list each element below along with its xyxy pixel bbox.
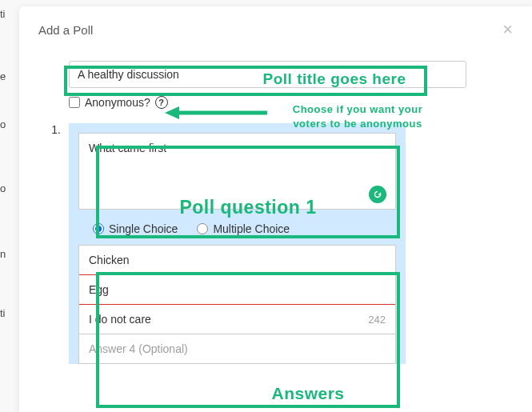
background-text: ti: [0, 307, 6, 319]
multiple-choice-label: Multiple Choice: [213, 222, 290, 235]
answer-input-placeholder[interactable]: [89, 342, 386, 355]
grammarly-icon: [369, 186, 386, 203]
poll-title-row: [69, 61, 466, 88]
answer-row: 242: [79, 305, 395, 334]
multiple-choice-option[interactable]: Multiple Choice: [197, 222, 290, 235]
background-text: ti: [0, 8, 6, 20]
radio-icon-checked: [93, 223, 104, 234]
modal-header: Add a Poll ×: [38, 21, 513, 38]
question-text-input[interactable]: What came first: [78, 133, 396, 210]
answer-row: [79, 275, 395, 305]
add-poll-modal: Add a Poll × Anonymous? ? 1. What came f…: [19, 6, 532, 412]
question-wrap: 1. What came first Single Choice: [38, 123, 513, 364]
choice-type-row: Single Choice Multiple Choice: [78, 213, 396, 245]
anonymous-row: Anonymous? ?: [69, 96, 513, 109]
question-card: What came first Single Choice Multiple C…: [69, 123, 406, 364]
background-text: o: [0, 182, 6, 194]
close-button[interactable]: ×: [502, 21, 513, 38]
single-choice-option[interactable]: Single Choice: [93, 222, 178, 235]
background-text: o: [0, 118, 6, 130]
poll-title-input[interactable]: [69, 61, 466, 88]
answer-input[interactable]: [89, 283, 386, 296]
answer-row: [79, 246, 395, 275]
radio-icon: [197, 223, 208, 234]
modal-title: Add a Poll: [38, 23, 93, 37]
single-choice-label: Single Choice: [109, 222, 178, 235]
answer-row: [79, 334, 395, 363]
anonymous-label: Anonymous?: [85, 96, 150, 109]
anonymous-checkbox[interactable]: [69, 97, 80, 108]
question-text-wrap: What came first: [78, 133, 396, 213]
answers-list: 242: [78, 245, 396, 364]
background-text: n: [0, 248, 6, 260]
help-icon[interactable]: ?: [155, 96, 168, 109]
answer-input[interactable]: [89, 254, 386, 266]
background-text: e: [0, 70, 6, 82]
char-count: 242: [362, 314, 386, 326]
question-number: 1.: [38, 123, 69, 364]
answer-input[interactable]: [89, 313, 362, 326]
